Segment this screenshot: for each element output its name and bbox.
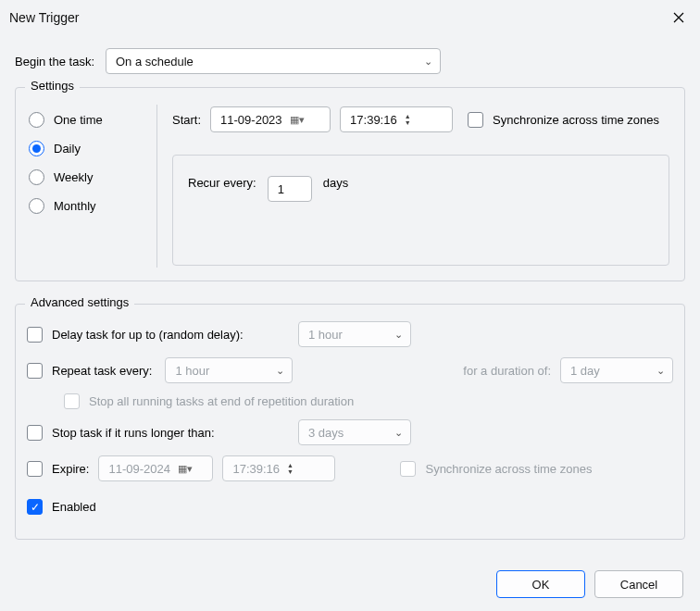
expire-checkbox[interactable]: ✓ bbox=[27, 461, 43, 477]
expire-time-value: 17:39:16 bbox=[232, 462, 280, 476]
expire-sync-checkbox: ✓ bbox=[400, 461, 416, 477]
expire-label: Expire: bbox=[52, 462, 89, 476]
settings-group: Settings One time Daily Weekly Monthly bbox=[15, 87, 685, 281]
duration-select[interactable]: 1 day ⌄ bbox=[560, 357, 673, 383]
advanced-group: Advanced settings ✓ Delay task for up to… bbox=[15, 304, 685, 540]
recur-value: 1 bbox=[278, 182, 284, 196]
enabled-checkbox[interactable]: ✓ bbox=[27, 499, 43, 515]
radio-icon bbox=[29, 141, 44, 156]
expire-sync-label: Synchronize across time zones bbox=[425, 462, 592, 476]
radio-daily[interactable]: Daily bbox=[29, 141, 145, 156]
radio-one-time[interactable]: One time bbox=[29, 112, 145, 128]
chevron-down-icon: ⌄ bbox=[424, 56, 432, 68]
delay-select[interactable]: 1 hour ⌄ bbox=[298, 321, 411, 347]
radio-daily-label: Daily bbox=[54, 142, 81, 156]
recur-input[interactable]: 1 bbox=[268, 176, 312, 202]
radio-icon bbox=[29, 169, 44, 185]
stop-all-label: Stop all running tasks at end of repetit… bbox=[89, 394, 354, 408]
begin-task-select[interactable]: On a schedule ⌄ bbox=[106, 48, 441, 74]
expire-time-input[interactable]: 17:39:16 ▲▼ bbox=[222, 455, 335, 481]
radio-icon bbox=[29, 198, 44, 214]
repeat-label: Repeat task every: bbox=[52, 364, 152, 378]
radio-monthly-label: Monthly bbox=[54, 199, 96, 213]
cancel-button[interactable]: Cancel bbox=[594, 570, 683, 598]
repeat-checkbox[interactable]: ✓ bbox=[27, 363, 43, 379]
duration-label: for a duration of: bbox=[463, 364, 551, 378]
start-time-value: 17:39:16 bbox=[350, 113, 397, 127]
delay-label: Delay task for up to (random delay): bbox=[52, 328, 289, 342]
cancel-button-label: Cancel bbox=[620, 578, 657, 592]
start-time-input[interactable]: 17:39:16 ▲▼ bbox=[340, 106, 453, 132]
calendar-icon: ▦▾ bbox=[178, 463, 193, 475]
settings-legend: Settings bbox=[25, 79, 80, 93]
spinner-icon: ▲▼ bbox=[287, 462, 294, 475]
start-label: Start: bbox=[172, 113, 201, 127]
delay-checkbox[interactable]: ✓ bbox=[27, 327, 43, 343]
stop-all-checkbox: ✓ bbox=[64, 393, 80, 409]
stop-long-select[interactable]: 3 days ⌄ bbox=[298, 419, 411, 445]
stop-long-label: Stop task if it runs longer than: bbox=[52, 426, 289, 440]
chevron-down-icon: ⌄ bbox=[394, 427, 403, 439]
begin-task-value: On a schedule bbox=[116, 55, 194, 69]
window-title: New Trigger bbox=[9, 10, 79, 25]
close-button[interactable] bbox=[657, 0, 700, 35]
chevron-down-icon: ⌄ bbox=[656, 365, 665, 377]
expire-date-value: 11-09-2024 bbox=[108, 462, 170, 476]
calendar-icon: ▦▾ bbox=[290, 114, 305, 126]
ok-button-label: OK bbox=[532, 578, 550, 592]
start-date-input[interactable]: 11-09-2023 ▦▾ bbox=[210, 106, 331, 132]
recurrence-box: Recur every: 1 days bbox=[172, 155, 669, 266]
stop-long-checkbox[interactable]: ✓ bbox=[27, 425, 43, 441]
radio-weekly-label: Weekly bbox=[54, 170, 93, 184]
expire-date-input[interactable]: 11-09-2024 ▦▾ bbox=[98, 455, 213, 481]
spinner-icon: ▲▼ bbox=[405, 113, 411, 126]
divider bbox=[156, 105, 157, 268]
repeat-select[interactable]: 1 hour ⌄ bbox=[165, 357, 293, 383]
recur-label: Recur every: bbox=[188, 176, 256, 190]
advanced-legend: Advanced settings bbox=[25, 295, 134, 309]
begin-task-label: Begin the task: bbox=[15, 55, 94, 69]
ok-button[interactable]: OK bbox=[496, 570, 585, 598]
radio-monthly[interactable]: Monthly bbox=[29, 198, 145, 214]
enabled-label: Enabled bbox=[52, 500, 96, 514]
sync-timezone-checkbox[interactable]: ✓ bbox=[468, 112, 483, 128]
stop-long-value: 3 days bbox=[308, 426, 344, 440]
chevron-down-icon: ⌄ bbox=[394, 329, 403, 341]
radio-icon bbox=[29, 112, 44, 128]
delay-value: 1 hour bbox=[308, 328, 343, 342]
close-icon bbox=[673, 12, 684, 23]
recur-unit: days bbox=[323, 176, 348, 190]
repeat-value: 1 hour bbox=[175, 364, 209, 378]
radio-weekly[interactable]: Weekly bbox=[29, 169, 145, 185]
chevron-down-icon: ⌄ bbox=[276, 365, 284, 377]
duration-value: 1 day bbox=[570, 364, 600, 378]
start-date-value: 11-09-2023 bbox=[220, 113, 282, 127]
sync-timezone-label: Synchronize across time zones bbox=[493, 113, 659, 127]
radio-one-time-label: One time bbox=[54, 113, 103, 127]
